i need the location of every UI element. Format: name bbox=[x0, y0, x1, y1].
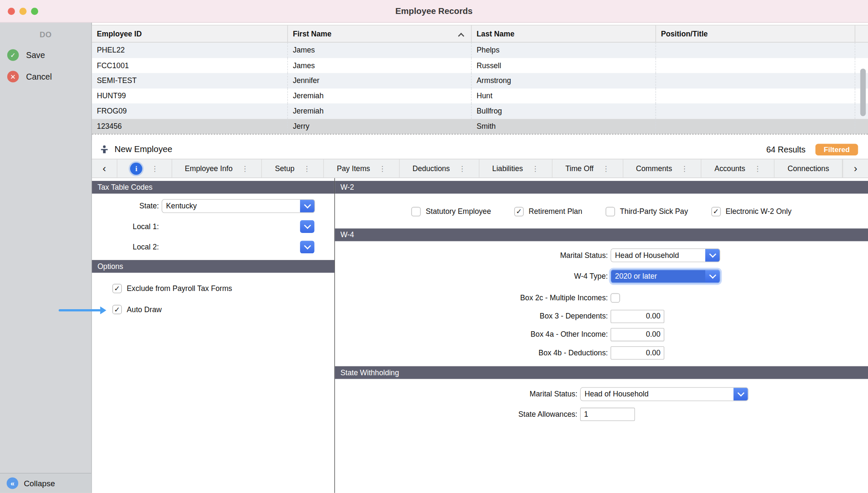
chevron-down-icon bbox=[734, 388, 748, 401]
statutory-employee-checkbox[interactable]: Statutory Employee bbox=[412, 207, 491, 216]
results-count: 64 Results bbox=[766, 145, 806, 154]
table-row[interactable]: FCC1001 James Russell bbox=[92, 58, 868, 73]
column-header-position-title[interactable]: Position/Title bbox=[656, 25, 855, 42]
table-header-row: Employee ID First Name Last Name Positio… bbox=[92, 25, 868, 42]
tab-menu-dots-icon[interactable] bbox=[459, 164, 466, 173]
column-header-first-name[interactable]: First Name bbox=[288, 25, 472, 42]
state-allowances-row: State Allowances: 1 bbox=[335, 407, 635, 421]
tab-pay-items[interactable]: Pay Items bbox=[324, 159, 399, 177]
chevron-down-icon bbox=[300, 200, 314, 213]
box4a-other-income-input[interactable]: 0.00 bbox=[611, 328, 665, 341]
marital-status-label: Marital Status: bbox=[335, 251, 608, 260]
column-header-employee-id[interactable]: Employee ID bbox=[92, 25, 288, 42]
tab-menu-dots-icon[interactable] bbox=[532, 164, 539, 173]
local1-row: Local 1: bbox=[92, 220, 315, 234]
window-controls bbox=[8, 8, 38, 15]
checkbox-box[interactable] bbox=[606, 207, 615, 216]
tab-liabilities[interactable]: Liabilities bbox=[479, 159, 553, 177]
tab-comments[interactable]: Comments bbox=[623, 159, 701, 177]
electronic-w2-only-checkbox[interactable]: Electronic W-2 Only bbox=[711, 207, 791, 216]
cancel-button[interactable]: Cancel bbox=[0, 66, 92, 87]
w4-type-dropdown[interactable]: 2020 or later bbox=[611, 269, 721, 283]
collapse-button[interactable]: Collapse bbox=[0, 473, 92, 493]
table-body: PHEL22 James Phelps FCC1001 James Russel… bbox=[92, 43, 868, 134]
checkbox-label: Third-Party Sick Pay bbox=[620, 208, 688, 216]
state-allowances-input[interactable]: 1 bbox=[580, 407, 635, 421]
local1-label: Local 1: bbox=[92, 222, 159, 231]
table-row[interactable]: PHEL22 James Phelps bbox=[92, 43, 868, 58]
tab-time-off[interactable]: Time Off bbox=[552, 159, 623, 177]
checkbox-box[interactable] bbox=[514, 207, 523, 216]
state-dropdown[interactable]: Kentucky bbox=[161, 199, 315, 213]
box2c-multiple-incomes-checkbox[interactable] bbox=[611, 293, 620, 302]
tab-menu-dots-icon[interactable] bbox=[303, 164, 311, 173]
exclude-payroll-tax-forms-checkbox[interactable]: Exclude from Payroll Tax Forms bbox=[112, 284, 232, 293]
tab-info-selected[interactable] bbox=[117, 159, 172, 177]
tab-connections[interactable]: Connections bbox=[775, 159, 843, 177]
table-row[interactable]: FROG09 Jeremiah Bullfrog bbox=[92, 103, 868, 119]
title-bar: Employee Records bbox=[0, 0, 868, 23]
chevron-down-icon bbox=[705, 249, 720, 262]
checkbox-box[interactable] bbox=[112, 305, 122, 314]
cancel-label: Cancel bbox=[26, 72, 52, 81]
filtered-badge[interactable]: Filtered bbox=[815, 144, 858, 155]
table-scrollbar[interactable] bbox=[860, 45, 866, 134]
employee-table: Employee ID First Name Last Name Positio… bbox=[92, 25, 868, 135]
tab-deductions[interactable]: Deductions bbox=[400, 159, 479, 177]
table-row[interactable]: SEMI-TEST Jennifer Armstrong bbox=[92, 73, 868, 88]
minimize-window-button[interactable] bbox=[19, 8, 27, 15]
checkbox-label: Statutory Employee bbox=[426, 208, 491, 216]
left-panel: Tax Table Codes State: Kentucky Local 1:… bbox=[92, 178, 334, 493]
section-header-tax-table-codes: Tax Table Codes bbox=[92, 181, 334, 194]
w4-marital-status-dropdown[interactable]: Head of Household bbox=[611, 248, 721, 262]
checkbox-box[interactable] bbox=[412, 207, 421, 216]
tabs-scroll-right-button[interactable] bbox=[843, 159, 868, 177]
close-window-button[interactable] bbox=[8, 8, 15, 15]
save-button[interactable]: Save bbox=[0, 44, 92, 66]
tab-bar: Employee Info Setup Pay Items Deductions… bbox=[92, 159, 868, 178]
box4b-deductions-input[interactable]: 0.00 bbox=[611, 346, 665, 359]
section-header-w4: W-4 bbox=[335, 228, 868, 241]
local2-dropdown[interactable] bbox=[161, 240, 315, 254]
cancel-x-icon bbox=[7, 71, 19, 82]
auto-draw-checkbox[interactable]: Auto Draw bbox=[112, 305, 161, 314]
sort-ascending-icon bbox=[458, 33, 464, 37]
tabs-scroll-left-button[interactable] bbox=[92, 159, 117, 177]
tab-menu-dots-icon[interactable] bbox=[754, 164, 761, 173]
app-window: Employee Records DO Save Cancel Collapse… bbox=[0, 0, 868, 493]
retirement-plan-checkbox[interactable]: Retirement Plan bbox=[514, 207, 582, 216]
local2-label: Local 2: bbox=[92, 243, 159, 251]
table-header-gutter bbox=[855, 25, 868, 42]
tab-setup[interactable]: Setup bbox=[262, 159, 324, 177]
tab-menu-dots-icon[interactable] bbox=[602, 164, 609, 173]
tab-menu-dots-icon[interactable] bbox=[151, 164, 159, 173]
box4b-label: Box 4b - Deductions: bbox=[335, 349, 608, 357]
third-party-sick-pay-checkbox[interactable]: Third-Party Sick Pay bbox=[606, 207, 688, 216]
save-check-icon bbox=[7, 49, 19, 61]
collapse-label: Collapse bbox=[24, 479, 55, 487]
column-header-last-name[interactable]: Last Name bbox=[472, 25, 656, 42]
record-bar: New Employee 64 Results Filtered bbox=[92, 140, 868, 158]
local1-dropdown[interactable] bbox=[161, 220, 315, 234]
box3-row: Box 3 - Dependents: 0.00 bbox=[335, 309, 664, 323]
tab-employee-info[interactable]: Employee Info bbox=[172, 159, 262, 177]
box3-dependents-input[interactable]: 0.00 bbox=[611, 310, 665, 323]
sidebar-header: DO bbox=[0, 30, 92, 39]
sidebar: DO Save Cancel Collapse bbox=[0, 23, 92, 493]
scrollbar-thumb[interactable] bbox=[860, 69, 866, 116]
table-row[interactable]: HUNT99 Jeremiah Hunt bbox=[92, 88, 868, 103]
checkbox-box[interactable] bbox=[112, 284, 122, 293]
tab-menu-dots-icon[interactable] bbox=[681, 164, 688, 173]
window-title: Employee Records bbox=[395, 6, 473, 16]
tab-menu-dots-icon[interactable] bbox=[379, 164, 386, 173]
save-label: Save bbox=[26, 50, 45, 60]
zoom-window-button[interactable] bbox=[31, 8, 38, 15]
checkbox-box[interactable] bbox=[711, 207, 721, 216]
tab-menu-dots-icon[interactable] bbox=[242, 164, 249, 173]
w2-checkbox-group: Statutory Employee Retirement Plan Third… bbox=[335, 207, 868, 216]
w4-type-row: W-4 Type: 2020 or later bbox=[335, 269, 720, 283]
table-row[interactable]: 123456 Jerry Smith bbox=[92, 119, 868, 134]
tab-accounts[interactable]: Accounts bbox=[701, 159, 775, 177]
sw-marital-status-dropdown[interactable]: Head of Household bbox=[580, 387, 748, 401]
chevron-down-icon bbox=[705, 270, 720, 283]
